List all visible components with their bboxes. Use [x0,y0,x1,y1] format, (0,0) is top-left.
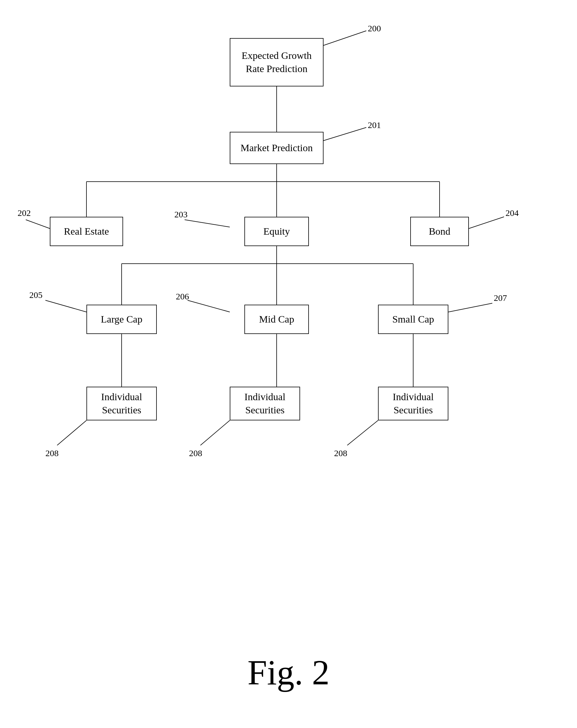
ref-207: 207 [494,293,507,303]
svg-line-23 [200,420,230,445]
svg-line-15 [324,127,366,140]
node-small-cap: Small Cap [378,305,448,334]
svg-line-21 [448,303,492,312]
svg-line-14 [324,31,366,45]
ref-204: 204 [505,208,519,218]
ref-205: 205 [29,290,43,300]
node-ind-sec-mid: IndividualSecurities [230,387,300,420]
node-market-prediction: Market Prediction [230,132,324,164]
svg-line-17 [184,220,230,227]
ref-202: 202 [18,208,31,218]
ref-200: 200 [368,23,381,33]
ref-208-left: 208 [45,448,58,458]
node-root: Expected GrowthRate Prediction [230,38,324,86]
ref-203: 203 [174,209,187,219]
ref-208-right: 208 [334,448,347,458]
node-ind-sec-large: IndividualSecurities [86,387,157,420]
node-mid-cap: Mid Cap [244,305,309,334]
ref-208-mid: 208 [189,448,202,458]
node-bond: Bond [410,217,469,246]
svg-line-20 [187,300,230,312]
ref-201: 201 [368,120,381,130]
node-equity: Equity [244,217,309,246]
svg-line-19 [45,300,86,312]
ref-206: 206 [176,291,189,302]
svg-line-18 [469,217,504,229]
diagram-container: Expected GrowthRate Prediction 200 Marke… [0,0,577,556]
svg-line-24 [347,420,378,445]
node-ind-sec-small: IndividualSecurities [378,387,448,420]
node-large-cap: Large Cap [86,305,157,334]
svg-line-22 [57,420,86,445]
figure-caption: Fig. 2 [0,652,577,693]
svg-line-16 [26,220,50,229]
node-real-estate: Real Estate [50,217,123,246]
